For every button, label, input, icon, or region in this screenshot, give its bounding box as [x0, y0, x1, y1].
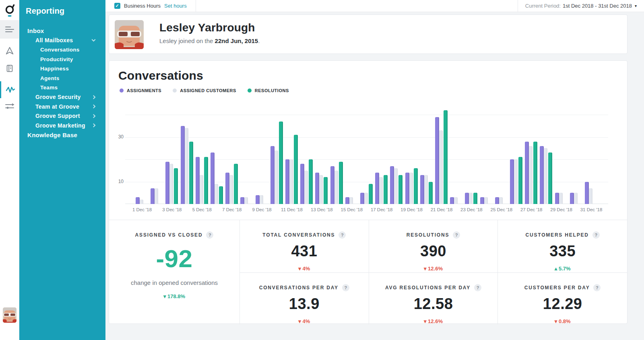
bar-assigned-customers-21-dec-18[interactable] — [439, 130, 443, 204]
bar-assignments-29-dec-18[interactable] — [555, 193, 559, 204]
bar-resolutions-10-dec-18[interactable] — [279, 122, 283, 204]
groove-logo[interactable] — [0, 3, 19, 19]
bar-assignments-27-dec-18[interactable] — [525, 142, 529, 204]
bar-assigned-customers-24-dec-18[interactable] — [484, 197, 488, 204]
sidebar-item-team-at-groove[interactable]: Team at Groove — [19, 102, 105, 111]
sidebar-item-groove-security[interactable]: Groove Security — [19, 93, 105, 102]
bar-assignments-1-dec-18[interactable] — [136, 197, 140, 204]
bar-assigned-customers-3-dec-18[interactable] — [169, 164, 173, 204]
bar-assignments-21-dec-18[interactable] — [435, 117, 439, 204]
bar-assignments-19-dec-18[interactable] — [405, 173, 409, 204]
bar-assigned-customers-7-dec-18[interactable] — [229, 175, 233, 204]
bar-assignments-9-dec-18[interactable] — [256, 195, 260, 204]
bar-assigned-customers-22-dec-18[interactable] — [454, 197, 458, 204]
bar-resolutions-23-dec-18[interactable] — [473, 193, 477, 204]
bar-resolutions-7-dec-18[interactable] — [234, 164, 238, 204]
bar-assignments-11-dec-18[interactable] — [285, 159, 289, 204]
sidebar-item-agents[interactable]: Agents — [19, 74, 105, 83]
bar-assignments-4-dec-18[interactable] — [181, 126, 185, 204]
bar-assignments-12-dec-18[interactable] — [300, 164, 304, 204]
bar-assigned-customers-6-dec-18[interactable] — [214, 184, 218, 204]
bar-assigned-customers-11-dec-18[interactable] — [289, 159, 293, 204]
user-avatar-small[interactable] — [3, 307, 17, 323]
bar-assigned-customers-30-dec-18[interactable] — [574, 193, 578, 204]
bar-assignments-2-dec-18[interactable] — [151, 188, 155, 204]
bar-assigned-customers-10-dec-18[interactable] — [274, 150, 278, 204]
bar-assigned-customers-9-dec-18[interactable] — [259, 195, 263, 204]
bar-assignments-23-dec-18[interactable] — [465, 193, 469, 204]
bar-assignments-8-dec-18[interactable] — [240, 197, 244, 204]
current-period-selector[interactable]: Current Period: 1st Dec 2018 - 31st Dec … — [518, 0, 644, 12]
bar-resolutions-28-dec-18[interactable] — [548, 152, 552, 204]
bar-assignments-24-dec-18[interactable] — [480, 197, 484, 204]
bar-assigned-customers-1-dec-18[interactable] — [139, 200, 143, 204]
bar-resolutions-14-dec-18[interactable] — [339, 162, 343, 204]
bar-assigned-customers-19-dec-18[interactable] — [409, 173, 413, 204]
bar-assigned-customers-27-dec-18[interactable] — [528, 146, 533, 204]
bar-assigned-customers-18-dec-18[interactable] — [394, 168, 398, 204]
bar-resolutions-26-dec-18[interactable] — [518, 157, 522, 204]
bar-resolutions-6-dec-18[interactable] — [219, 186, 223, 204]
bar-assignments-22-dec-18[interactable] — [450, 197, 454, 204]
bar-assignments-17-dec-18[interactable] — [375, 173, 379, 204]
sidebar-item-teams[interactable]: Teams — [19, 83, 105, 93]
bar-assignments-20-dec-18[interactable] — [420, 175, 424, 204]
bar-assigned-customers-14-dec-18[interactable] — [334, 171, 338, 204]
bar-resolutions-27-dec-18[interactable] — [533, 142, 537, 204]
bar-resolutions-4-dec-18[interactable] — [189, 142, 193, 204]
help-icon[interactable]: ? — [342, 284, 349, 291]
activity-icon[interactable] — [0, 81, 19, 98]
bar-assigned-customers-12-dec-18[interactable] — [304, 171, 308, 204]
send-icon[interactable] — [0, 43, 19, 58]
bar-assigned-customers-23-dec-18[interactable] — [469, 193, 473, 204]
help-icon[interactable]: ? — [474, 284, 481, 291]
bar-assignments-14-dec-18[interactable] — [330, 166, 334, 204]
bar-resolutions-13-dec-18[interactable] — [324, 177, 328, 204]
bar-assignments-5-dec-18[interactable] — [196, 157, 200, 204]
bar-assigned-customers-4-dec-18[interactable] — [184, 128, 188, 204]
bar-assignments-15-dec-18[interactable] — [345, 197, 349, 204]
bar-assigned-customers-15-dec-18[interactable] — [349, 197, 353, 204]
sliders-icon[interactable] — [0, 99, 19, 113]
help-icon[interactable]: ? — [453, 231, 460, 239]
bar-assigned-customers-8-dec-18[interactable] — [244, 197, 248, 204]
sidebar-item-inbox[interactable]: Inbox — [19, 26, 105, 36]
bar-resolutions-19-dec-18[interactable] — [414, 168, 418, 204]
bar-assigned-customers-29-dec-18[interactable] — [559, 193, 563, 204]
set-hours-link[interactable]: Set hours — [164, 3, 187, 9]
bar-assignments-18-dec-18[interactable] — [390, 166, 394, 204]
sidebar-item-groove-support[interactable]: Groove Support — [19, 111, 105, 121]
bar-assigned-customers-5-dec-18[interactable] — [199, 175, 203, 204]
bar-resolutions-12-dec-18[interactable] — [309, 159, 313, 204]
help-icon[interactable]: ? — [593, 284, 601, 291]
bar-resolutions-16-dec-18[interactable] — [369, 184, 373, 204]
bar-resolutions-17-dec-18[interactable] — [384, 175, 388, 204]
sidebar-item-all-mailboxes[interactable]: All Mailboxes — [19, 36, 105, 45]
bar-assignments-13-dec-18[interactable] — [315, 173, 319, 204]
bar-assignments-28-dec-18[interactable] — [540, 146, 544, 204]
bar-assigned-customers-31-dec-18[interactable] — [588, 188, 592, 204]
sidebar-item-conversations[interactable]: Conversations — [19, 45, 105, 55]
bar-assignments-31-dec-18[interactable] — [585, 182, 589, 204]
sidebar-item-groove-marketing[interactable]: Groove Marketing — [19, 121, 105, 130]
legend-item-assignments[interactable]: ASSIGNMENTS — [120, 88, 161, 93]
bar-assignments-26-dec-18[interactable] — [510, 159, 514, 204]
bar-assigned-customers-13-dec-18[interactable] — [319, 175, 323, 204]
sidebar-item-knowledge-base[interactable]: Knowledge Base — [19, 130, 105, 140]
bar-resolutions-5-dec-18[interactable] — [204, 157, 208, 204]
bar-assignments-30-dec-18[interactable] — [570, 193, 574, 204]
bar-assignments-10-dec-18[interactable] — [270, 146, 275, 204]
help-icon[interactable]: ? — [206, 231, 213, 239]
help-icon[interactable]: ? — [339, 231, 346, 239]
sidebar-item-productivity[interactable]: Productivity — [19, 55, 105, 64]
bar-assigned-customers-16-dec-18[interactable] — [364, 193, 368, 204]
bar-assignments-3-dec-18[interactable] — [165, 162, 169, 204]
bar-resolutions-18-dec-18[interactable] — [398, 175, 402, 204]
bar-assigned-customers-28-dec-18[interactable] — [543, 148, 547, 204]
bar-resolutions-11-dec-18[interactable] — [294, 135, 298, 204]
bar-resolutions-20-dec-18[interactable] — [429, 182, 433, 204]
bar-assignments-25-dec-18[interactable] — [495, 197, 499, 204]
bar-resolutions-3-dec-18[interactable] — [174, 168, 178, 204]
bar-assigned-customers-20-dec-18[interactable] — [424, 175, 428, 204]
legend-item-assigned-customers[interactable]: ASSIGNED CUSTOMERS — [173, 88, 236, 93]
